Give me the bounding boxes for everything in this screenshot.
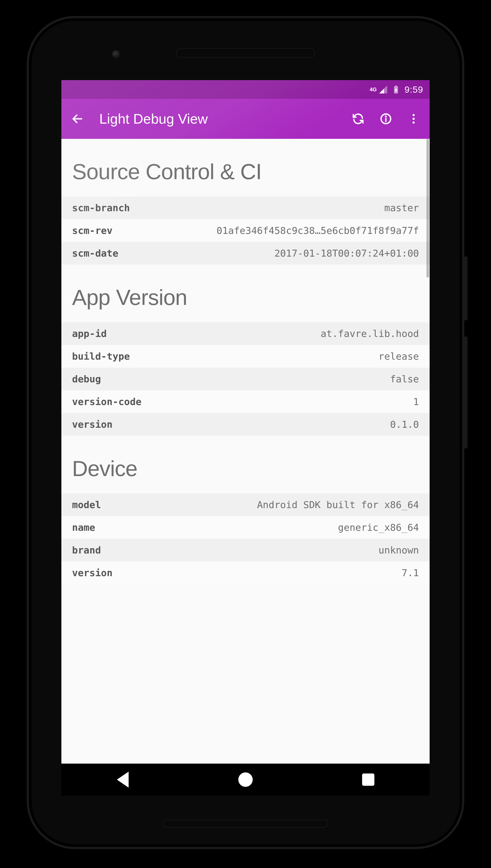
scrollbar-thumb[interactable] (427, 139, 429, 278)
row-key: scm-date (72, 248, 118, 259)
triangle-back-icon (117, 772, 128, 788)
row-key: brand (72, 545, 101, 556)
table-row[interactable]: scm-date 2017-01-18T00:07:24+01:00 (61, 242, 430, 264)
section-title: Source Control & CI (61, 149, 430, 197)
row-value: 2017-01-18T00:07:24+01:00 (274, 248, 419, 259)
svg-point-4 (412, 114, 415, 116)
power-button (464, 256, 467, 320)
device-frame: 4G 9:59 Light Debug View (27, 16, 464, 849)
info-icon (379, 112, 392, 125)
svg-point-5 (412, 118, 415, 120)
svg-point-3 (385, 116, 386, 117)
status-bar: 4G 9:59 (61, 80, 430, 99)
table-row[interactable]: build-type release (61, 345, 430, 368)
svg-point-6 (412, 121, 415, 123)
circle-home-icon (238, 773, 253, 787)
section-title: Device (61, 446, 430, 494)
row-key: build-type (72, 351, 130, 362)
row-value: 7.1 (402, 567, 419, 578)
refresh-icon (352, 112, 365, 125)
nav-recents-button[interactable] (360, 772, 376, 788)
row-value: master (384, 202, 419, 213)
clock: 9:59 (405, 84, 423, 95)
table-row[interactable]: version-code 1 (61, 390, 430, 413)
bottom-speaker (163, 820, 328, 828)
table-row[interactable]: scm-rev 01afe346f458c9c38…5e6cb0f71f8f9a… (61, 219, 430, 242)
volume-button (464, 336, 467, 449)
screen: 4G 9:59 Light Debug View (61, 80, 430, 796)
row-value: unknown (378, 545, 419, 556)
row-value: release (378, 351, 419, 362)
overflow-menu-button[interactable] (405, 110, 422, 128)
row-key: app-id (72, 328, 107, 339)
row-key: version-code (72, 396, 141, 407)
arrow-back-icon (71, 112, 84, 125)
signal-icon (378, 85, 388, 94)
table-row[interactable]: name generic_x86_64 (61, 516, 430, 539)
row-key: model (72, 499, 101, 510)
refresh-button[interactable] (350, 110, 367, 128)
earpiece (176, 48, 315, 58)
nav-home-button[interactable] (237, 772, 254, 788)
row-key: version (72, 567, 113, 578)
info-button[interactable] (377, 110, 395, 128)
row-key: name (72, 522, 95, 533)
battery-icon (391, 85, 401, 94)
table-row[interactable]: app-id at.favre.lib.hood (61, 322, 430, 345)
network-label: 4G (370, 86, 377, 93)
table-row[interactable]: brand unknown (61, 539, 430, 561)
row-key: scm-rev (72, 225, 113, 236)
content-scroll[interactable]: Source Control & CI scm-branch master sc… (61, 139, 430, 764)
back-button[interactable] (69, 110, 86, 128)
row-value: generic_x86_64 (338, 522, 419, 533)
table-row[interactable]: model Android SDK built for x86_64 (61, 494, 430, 516)
square-recents-icon (362, 774, 374, 786)
row-value: false (390, 373, 419, 385)
table-row[interactable]: version 7.1 (61, 561, 430, 584)
row-value: 01afe346f458c9c38…5e6cb0f71f8f9a77f (216, 225, 419, 236)
app-bar: Light Debug View (61, 99, 430, 139)
row-key: scm-branch (72, 202, 130, 213)
front-camera (112, 50, 120, 58)
section-title: App Version (61, 275, 430, 322)
table-row[interactable]: scm-branch master (61, 197, 430, 219)
nav-back-button[interactable] (115, 772, 131, 788)
row-value: at.favre.lib.hood (321, 328, 419, 339)
more-vert-icon (407, 112, 420, 125)
row-value: 1 (413, 396, 419, 407)
section-device: Device model Android SDK built for x86_6… (61, 436, 430, 584)
row-key: debug (72, 373, 101, 385)
section-source-control: Source Control & CI scm-branch master sc… (61, 139, 430, 264)
section-app-version: App Version app-id at.favre.lib.hood bui… (61, 264, 430, 436)
table-row[interactable]: debug false (61, 368, 430, 390)
navigation-bar (61, 764, 430, 796)
row-key: version (72, 419, 113, 430)
row-value: Android SDK built for x86_64 (257, 499, 419, 510)
table-row[interactable]: version 0.1.0 (61, 413, 430, 436)
row-value: 0.1.0 (390, 419, 419, 430)
page-title: Light Debug View (99, 111, 339, 127)
